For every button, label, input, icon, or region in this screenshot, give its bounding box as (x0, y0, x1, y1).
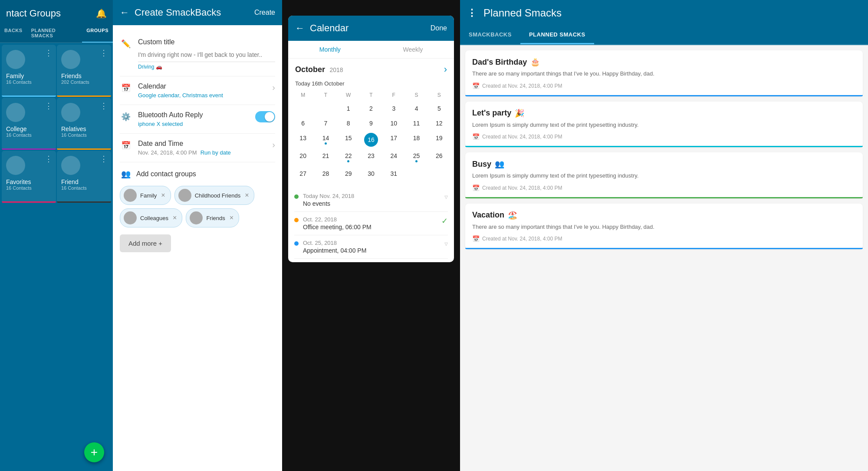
cal-day-23[interactable]: 23 (360, 149, 382, 166)
cal-day-31[interactable]: 31 (382, 167, 405, 181)
cal-day-29[interactable]: 29 (337, 167, 360, 181)
cal-day-22[interactable]: 22 (337, 149, 360, 166)
cal-day-21[interactable]: 21 (314, 149, 337, 166)
tab-backs[interactable]: BACKS (0, 23, 27, 43)
cal-tab-monthly[interactable]: Monthly (309, 43, 351, 56)
bluetooth-content: Bluetooth Auto Reply iphone X selected (138, 111, 249, 127)
run-by-date-link[interactable]: Run by date (201, 149, 231, 156)
cal-day-6[interactable]: 6 (292, 116, 314, 130)
notification-icon[interactable]: 🔔 (96, 8, 107, 19)
group-more-icon[interactable]: ⋮ (45, 48, 53, 58)
chip-childhood-friends[interactable]: Childhood Friends × (174, 186, 255, 205)
cal-tab-weekly[interactable]: Weekly (393, 43, 434, 56)
chip-close-icon[interactable]: × (230, 214, 233, 222)
datetime-arrow[interactable]: › (272, 140, 275, 150)
chip-family[interactable]: Family × (120, 186, 171, 205)
cal-day-16-selected[interactable]: 16 (364, 133, 378, 147)
custom-title-input[interactable] (138, 48, 275, 62)
smack-indicator (465, 197, 863, 198)
cal-day-18[interactable]: 18 (405, 131, 427, 148)
cal-day-27[interactable]: 27 (292, 167, 314, 181)
cal-day-9[interactable]: 9 (360, 116, 382, 130)
group-card-family[interactable]: ⋮ Family 16 Contacts (2, 45, 56, 97)
cal-day-20[interactable]: 20 (292, 149, 314, 166)
event-name: No events (303, 200, 354, 207)
chip-friends[interactable]: Friends × (186, 208, 239, 227)
cal-day-4[interactable]: 4 (405, 102, 427, 115)
cal-day[interactable] (292, 102, 314, 115)
smack-date: Created at Nov. 24, 2018, 4:00 PM (482, 185, 562, 191)
tab-smackbacks[interactable]: SMACKBACKS (460, 26, 520, 44)
datetime-section[interactable]: 📅 Date and Time Nov. 24, 2018, 4:00 PM R… (120, 134, 275, 162)
event-check-icon[interactable]: ✓ (441, 216, 448, 226)
bluetooth-label: Bluetooth Auto Reply (138, 111, 249, 119)
cal-day-19[interactable]: 19 (428, 131, 450, 148)
cal-day-25[interactable]: 25 (405, 149, 427, 166)
tab-planned-smacks[interactable]: PLANNED SMACKS (520, 26, 594, 44)
cal-next-icon[interactable]: › (444, 64, 447, 75)
calendar-section[interactable]: 📅 Calendar Google calendar, Christmas ev… (120, 76, 275, 105)
group-more-icon[interactable]: ⋮ (100, 154, 108, 164)
cal-day-10[interactable]: 10 (382, 116, 405, 130)
back-arrow-icon[interactable]: ← (120, 7, 129, 18)
cal-day[interactable] (428, 167, 450, 181)
driving-label: Driving (138, 64, 154, 70)
panel2-header: ← Create SmackBacks Create (113, 0, 282, 25)
group-card-favorites[interactable]: ⋮ Favorites 16 Contacts (2, 151, 56, 203)
group-card-relatives[interactable]: ⋮ Relatives 16 Contacts (57, 98, 111, 150)
group-card-college[interactable]: ⋮ College 16 Contacts (2, 98, 56, 150)
cal-day-11[interactable]: 11 (405, 116, 427, 130)
chip-close-icon[interactable]: × (161, 191, 165, 199)
calendar-arrow[interactable]: › (272, 82, 275, 92)
cal-day-14[interactable]: 14 (314, 131, 337, 148)
group-more-icon[interactable]: ⋮ (45, 154, 53, 164)
group-more-icon[interactable]: ⋮ (45, 101, 53, 111)
chip-close-icon[interactable]: × (173, 214, 177, 222)
group-name: Favorites (6, 178, 52, 185)
cal-day-1[interactable]: 1 (337, 102, 360, 115)
driving-tag: Driving 🚗 (138, 64, 275, 70)
cal-day-24[interactable]: 24 (382, 149, 405, 166)
tab-planned-smacks[interactable]: PLANNED SMACKS (27, 23, 82, 43)
cal-back-arrow-icon[interactable]: ← (295, 23, 305, 34)
bluetooth-toggle[interactable] (255, 111, 275, 122)
cal-done-button[interactable]: Done (431, 24, 447, 32)
cal-day-5[interactable]: 5 (428, 102, 450, 115)
cal-day[interactable] (314, 102, 337, 115)
cal-day-30[interactable]: 30 (360, 167, 382, 181)
event-expand-icon[interactable]: ▿ (444, 193, 448, 201)
cal-day-2[interactable]: 2 (360, 102, 382, 115)
cal-day-12[interactable]: 12 (428, 116, 450, 130)
cal-day-8[interactable]: 8 (337, 116, 360, 130)
group-count: 16 Contacts (6, 79, 52, 85)
add-more-button[interactable]: Add more + (120, 234, 171, 252)
cal-day-15[interactable]: 15 (337, 131, 360, 148)
smack-footer: 📅 Created at Nov. 24, 2018, 4:00 PM (472, 184, 856, 191)
chip-close-icon[interactable]: × (245, 191, 249, 199)
event-expand-icon[interactable]: ▿ (444, 240, 448, 248)
bluetooth-section: ⚙️ Bluetooth Auto Reply iphone X selecte… (120, 105, 275, 134)
group-indicator (2, 201, 56, 203)
create-button[interactable]: Create (254, 9, 275, 16)
fab-add-button[interactable]: + (84, 442, 104, 462)
group-card-friends[interactable]: ⋮ Friends 202 Contacts (57, 45, 111, 97)
chip-colleagues[interactable]: Colleagues × (120, 208, 182, 227)
cal-day-13[interactable]: 13 (292, 131, 314, 148)
cal-day[interactable] (405, 167, 427, 181)
bluetooth-toggle-container[interactable] (255, 111, 275, 122)
event-dot-orange (294, 218, 299, 222)
group-count: 16 Contacts (6, 132, 52, 138)
cal-week-1: 1 2 3 4 5 (292, 102, 450, 115)
cal-day-26[interactable]: 26 (428, 149, 450, 166)
cal-day-17[interactable]: 17 (382, 131, 405, 148)
chip-avatar (178, 189, 191, 202)
group-card-friend[interactable]: ⋮ Friend 16 Contacts (57, 151, 111, 203)
tab-groups[interactable]: GROUPS (82, 23, 113, 43)
group-avatar (6, 103, 25, 122)
cal-day-3[interactable]: 3 (382, 102, 405, 115)
cal-day-28[interactable]: 28 (314, 167, 337, 181)
group-more-icon[interactable]: ⋮ (100, 101, 108, 111)
cal-day-7[interactable]: 7 (314, 116, 337, 130)
more-options-icon[interactable]: ⋮ (467, 7, 477, 19)
group-more-icon[interactable]: ⋮ (100, 48, 108, 58)
